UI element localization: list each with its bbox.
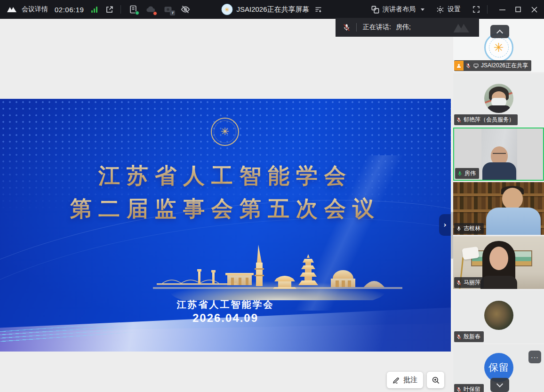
slide-footer-date: 2026.04.09 bbox=[0, 312, 451, 325]
association-emblem: ✳ bbox=[211, 118, 239, 146]
cloud-status-icon[interactable] bbox=[145, 4, 156, 15]
mic-active-icon bbox=[457, 171, 463, 176]
open-external-icon[interactable] bbox=[105, 5, 114, 14]
video-tile-participant[interactable]: 马丽萍 bbox=[453, 236, 544, 289]
layout-icon bbox=[371, 5, 380, 14]
fullscreen-icon bbox=[472, 5, 480, 14]
participant-name: 郁艳萍（会员服务） bbox=[464, 116, 514, 124]
video-tile-participant[interactable]: 保留 ··· 叶保留 bbox=[453, 344, 544, 392]
scroll-panel-down-button[interactable] bbox=[490, 378, 509, 392]
participant-name-tag: 吉根林 bbox=[454, 223, 484, 234]
layout-dropdown-label: 演讲者布局 bbox=[383, 5, 416, 14]
mic-on-icon bbox=[456, 226, 462, 232]
minimize-button[interactable] bbox=[494, 0, 510, 19]
participant-name-tag: 房伟 bbox=[455, 168, 479, 179]
network-signal-icon[interactable] bbox=[91, 6, 97, 13]
layout-dropdown[interactable]: 演讲者布局 bbox=[371, 5, 424, 14]
tile-more-button[interactable]: ··· bbox=[528, 351, 541, 363]
toolbar-divider bbox=[487, 5, 488, 14]
collapse-panel-up-button[interactable] bbox=[490, 25, 509, 38]
participant-name: 叶保留 bbox=[464, 385, 480, 392]
switch-share-source-icon[interactable] bbox=[314, 5, 323, 14]
mic-muted-icon bbox=[456, 280, 462, 286]
video-tile-participant[interactable]: 殷新春 bbox=[453, 290, 544, 343]
participant-name: 马丽萍 bbox=[464, 279, 480, 287]
close-button[interactable] bbox=[526, 0, 542, 19]
meeting-details-button[interactable]: 会议详情 bbox=[22, 5, 48, 14]
meeting-window: 会议详情 02:06:19 bbox=[0, 0, 544, 392]
participant-name-tag: 郁艳萍（会员服务） bbox=[454, 114, 518, 125]
chevron-up-icon bbox=[496, 29, 503, 36]
screen-share-icon bbox=[473, 63, 479, 69]
speaking-label: 正在讲话: bbox=[363, 23, 391, 32]
speaking-toast: 正在讲话: 房伟; bbox=[336, 18, 479, 37]
fullscreen-button[interactable] bbox=[472, 5, 480, 14]
record-status-icon[interactable]: T bbox=[163, 5, 173, 14]
mic-muted-icon bbox=[456, 117, 462, 123]
speaking-names: 房伟; bbox=[396, 23, 411, 32]
mic-muted-icon bbox=[456, 387, 462, 392]
share-status-title: JSAI2026正在共享屏幕 bbox=[236, 5, 309, 14]
mic-muted-icon bbox=[343, 24, 351, 32]
shared-screen-slide: ✳ 江苏省人工智能学会 第二届监事会第五次会议 bbox=[0, 99, 451, 352]
chevron-down-icon bbox=[496, 380, 503, 387]
pen-icon bbox=[392, 376, 400, 384]
avatar-text: 保留 bbox=[488, 361, 509, 374]
annotate-button[interactable]: 批注 bbox=[387, 372, 423, 388]
participant-name-tag: 叶保留 bbox=[454, 384, 484, 392]
video-tile-participant[interactable]: 郁艳萍（会员服务） bbox=[453, 73, 544, 126]
video-tile-participant-speaking[interactable]: 房伟 bbox=[453, 128, 544, 181]
meeting-timer: 02:06:19 bbox=[55, 6, 84, 14]
participant-avatar bbox=[484, 301, 513, 330]
cloud-status-badge bbox=[153, 11, 157, 16]
eye-hidden-icon[interactable] bbox=[180, 4, 191, 15]
gear-icon bbox=[436, 5, 445, 14]
share-tile-name-tag: JSAI2026正在共享 bbox=[454, 60, 531, 71]
city-skyline-graphic bbox=[153, 244, 402, 300]
share-tile-label: JSAI2026正在共享 bbox=[481, 62, 528, 70]
slide-title-line2: 第二届监事会第五次会议 bbox=[0, 194, 451, 224]
toast-divider bbox=[356, 23, 357, 32]
zoom-in-button[interactable] bbox=[427, 372, 444, 388]
sidebar-collapse-handle[interactable]: › bbox=[439, 214, 451, 236]
doc-status-icon[interactable] bbox=[128, 5, 138, 14]
watermark-logo-icon bbox=[450, 21, 474, 35]
participant-name: 吉根林 bbox=[464, 224, 480, 232]
participant-name-tag: 马丽萍 bbox=[454, 277, 484, 288]
participant-name: 殷新春 bbox=[464, 333, 480, 341]
participant-avatar bbox=[484, 84, 513, 113]
sharer-avatar: ✳ bbox=[221, 4, 232, 15]
doc-status-badge bbox=[135, 11, 139, 15]
meeting-app-logo-icon bbox=[6, 5, 18, 14]
host-person-icon bbox=[454, 61, 464, 71]
settings-button-label: 设置 bbox=[448, 5, 461, 14]
participant-name: 房伟 bbox=[464, 169, 476, 177]
annotate-button-label: 批注 bbox=[403, 376, 417, 384]
record-status-badge: T bbox=[170, 10, 175, 16]
video-tile-participant[interactable]: 吉根林 bbox=[453, 182, 544, 235]
chevron-down-icon bbox=[421, 8, 424, 11]
maximize-button[interactable] bbox=[510, 0, 526, 19]
slide-title-line1: 江苏省人工智能学会 bbox=[0, 161, 451, 191]
slide-footer-org: 江苏省人工智能学会 bbox=[0, 298, 451, 311]
mic-muted-icon bbox=[465, 63, 471, 69]
toolbar-divider bbox=[120, 5, 121, 14]
settings-button[interactable]: 设置 bbox=[436, 5, 461, 14]
participant-name-tag: 殷新春 bbox=[454, 331, 484, 342]
titlebar: 会议详情 02:06:19 bbox=[0, 0, 544, 19]
mic-muted-icon bbox=[456, 334, 462, 340]
magnifier-plus-icon bbox=[432, 376, 440, 384]
